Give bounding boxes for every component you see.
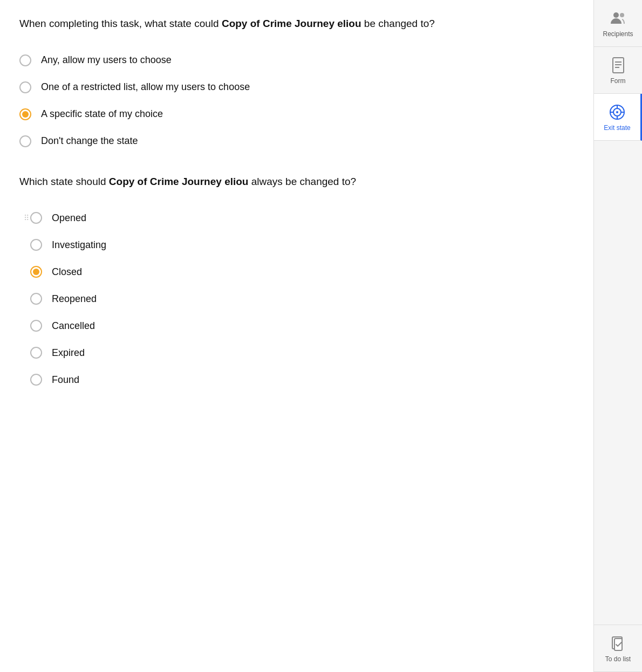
state-option-investigating[interactable]: Investigating <box>19 231 572 258</box>
main-content: When completing this task, what state co… <box>0 0 593 672</box>
state-option-closed[interactable]: Closed <box>19 258 572 285</box>
option-any[interactable]: Any, allow my users to choose <box>19 47 572 74</box>
state-opened-label: Opened <box>52 212 86 224</box>
question1-options: Any, allow my users to choose One of a r… <box>19 47 572 155</box>
option-specific[interactable]: A specific state of my choice <box>19 101 572 128</box>
state-option-found[interactable]: Found <box>19 366 572 393</box>
radio-investigating[interactable] <box>30 239 42 251</box>
right-sidebar: Recipients Form Exit state <box>593 0 642 672</box>
sidebar-item-todo[interactable]: To do list <box>594 625 642 672</box>
option-restricted[interactable]: One of a restricted list, allow my users… <box>19 74 572 101</box>
sidebar-item-exit-state[interactable]: Exit state <box>594 94 642 141</box>
state-option-reopened[interactable]: Reopened <box>19 285 572 312</box>
question2-title: Which state should Copy of Crime Journey… <box>19 174 462 190</box>
radio-restricted[interactable] <box>19 81 31 93</box>
state-option-expired[interactable]: Expired <box>19 339 572 366</box>
radio-cancelled[interactable] <box>30 320 42 332</box>
svg-point-0 <box>613 12 619 18</box>
option-no-change[interactable]: Don't change the state <box>19 128 572 155</box>
radio-specific[interactable] <box>19 108 31 120</box>
exit-state-label: Exit state <box>604 124 630 132</box>
exit-state-icon <box>609 104 626 121</box>
radio-found[interactable] <box>30 374 42 386</box>
option-any-label: Any, allow my users to choose <box>41 54 172 66</box>
sidebar-spacer <box>594 141 642 625</box>
form-label: Form <box>611 77 626 85</box>
radio-any[interactable] <box>19 54 31 66</box>
state-investigating-label: Investigating <box>52 239 106 251</box>
drag-handle-opened: ⠿ <box>24 214 30 222</box>
question2-options: ⠿ Opened Investigating Closed Reopened C… <box>19 204 572 393</box>
radio-opened[interactable] <box>30 212 42 224</box>
sidebar-item-recipients[interactable]: Recipients <box>594 0 642 47</box>
question1-title: When completing this task, what state co… <box>19 16 462 32</box>
todo-icon <box>610 635 627 652</box>
state-reopened-label: Reopened <box>52 293 97 305</box>
state-found-label: Found <box>52 374 79 386</box>
svg-point-1 <box>620 13 624 17</box>
radio-no-change[interactable] <box>19 135 31 147</box>
sidebar-item-form[interactable]: Form <box>594 47 642 94</box>
radio-reopened[interactable] <box>30 293 42 305</box>
recipients-label: Recipients <box>603 30 633 38</box>
state-closed-label: Closed <box>52 266 82 278</box>
radio-expired[interactable] <box>30 347 42 359</box>
state-expired-label: Expired <box>52 347 85 359</box>
radio-closed[interactable] <box>30 266 42 278</box>
state-cancelled-label: Cancelled <box>52 320 95 332</box>
svg-point-8 <box>616 111 618 113</box>
form-icon <box>610 57 627 74</box>
state-option-opened[interactable]: ⠿ Opened <box>19 204 572 231</box>
option-specific-label: A specific state of my choice <box>41 108 163 120</box>
option-no-change-label: Don't change the state <box>41 135 138 147</box>
option-restricted-label: One of a restricted list, allow my users… <box>41 81 250 93</box>
todo-label: To do list <box>605 655 631 663</box>
recipients-icon <box>610 10 627 27</box>
state-option-cancelled[interactable]: Cancelled <box>19 312 572 339</box>
